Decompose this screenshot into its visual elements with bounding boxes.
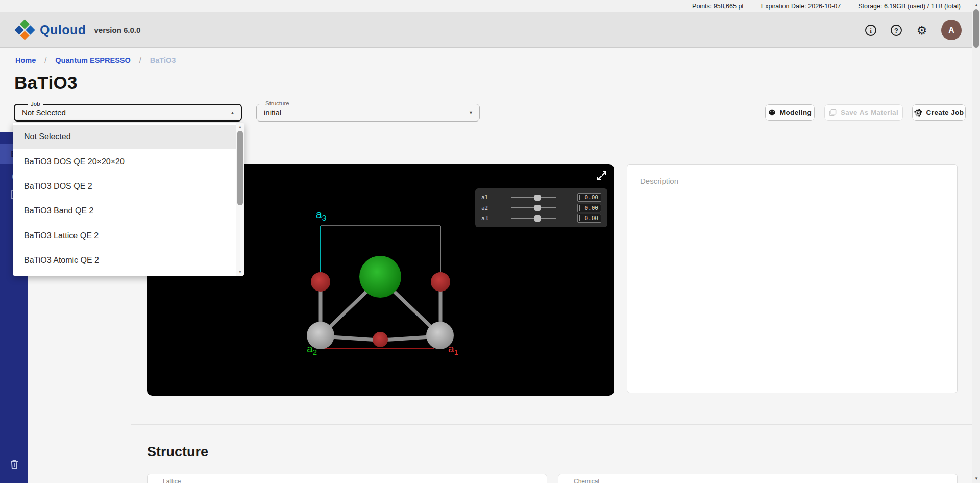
atom-oxygen-bottom <box>373 332 388 347</box>
expiration-date: Expiration Date: 2026-10-07 <box>761 3 841 10</box>
slider-a2-label: a2 <box>481 205 511 211</box>
help-icon[interactable]: ? <box>890 24 902 36</box>
breadcrumb-separator: / <box>139 56 141 64</box>
copy-icon <box>829 109 837 116</box>
slider-row-a1: a1 0.00 <box>481 193 601 202</box>
trash-button[interactable] <box>0 458 28 470</box>
trash-icon <box>9 458 19 470</box>
user-avatar[interactable]: A <box>941 20 962 40</box>
slider-a3-value[interactable]: 0.00 <box>577 214 601 223</box>
menu-scrollbar-thumb[interactable] <box>237 131 243 205</box>
menu-option-lattice-2[interactable]: BaTiO3 Lattice QE 2 <box>13 224 236 248</box>
slider-a3-thumb[interactable] <box>534 215 541 222</box>
structure-select[interactable]: Structure initial ▼ <box>256 104 480 122</box>
lattice-slider-panel: a1 0.00 a2 0.00 a3 0.00 <box>475 188 607 227</box>
slider-a1-label: a1 <box>481 194 511 201</box>
points-balance: Points: 958,665 pt <box>692 3 744 10</box>
slider-a1-value[interactable]: 0.00 <box>577 193 601 202</box>
breadcrumb-quantum-espresso[interactable]: Quantum ESPRESSO <box>55 56 130 64</box>
atom-oxygen-left <box>311 272 330 292</box>
breadcrumb-home[interactable]: Home <box>15 56 36 64</box>
lattice-card: Lattice <box>147 474 547 483</box>
slider-a3[interactable] <box>511 218 556 219</box>
expand-icon <box>596 170 608 182</box>
menu-scroll-down-icon[interactable]: ▼ <box>236 268 244 275</box>
axis-label-a1: a1 <box>448 343 458 356</box>
atom-green-center <box>359 256 401 298</box>
chemical-card: Chemical <box>558 474 958 483</box>
save-as-material-button: Save As Material <box>824 104 903 121</box>
status-bar: Points: 958,665 pt Expiration Date: 2026… <box>0 0 980 12</box>
slider-row-a3: a3 0.00 <box>481 214 601 223</box>
structure-section-title: Structure <box>147 444 208 460</box>
brand-name: Quloud <box>40 22 86 37</box>
breadcrumb-separator: / <box>44 56 46 64</box>
slider-row-a2: a2 0.00 <box>481 204 601 212</box>
caret-up-icon: ▲ <box>230 110 235 115</box>
slider-a1[interactable] <box>511 197 556 198</box>
page-scrollbar-thumb[interactable] <box>973 9 979 48</box>
modeling-button[interactable]: Modeling <box>765 104 815 121</box>
job-select[interactable]: Job Not Selected ▲ <box>14 104 242 122</box>
storage-usage: Storage: 6.19GB (used) / 1TB (total) <box>858 3 961 10</box>
scrollbar-up-icon[interactable]: ▲ <box>972 1 980 8</box>
axis-label-a3: a3 <box>316 208 326 222</box>
page-scrollbar[interactable]: ▲ ▼ <box>972 0 980 483</box>
menu-scroll-up-icon[interactable]: ▲ <box>236 123 244 130</box>
menu-option-band-2[interactable]: BaTiO3 Band QE 2 <box>13 199 236 223</box>
description-placeholder: Description <box>640 177 678 185</box>
slider-a2[interactable] <box>511 207 556 208</box>
structure-select-value: initial <box>264 104 281 121</box>
lattice-card-label: Lattice <box>163 478 181 483</box>
breadcrumb-current-batio3: BaTiO3 <box>150 56 176 64</box>
svg-text:?: ? <box>894 27 898 34</box>
breadcrumb: Home / Quantum ESPRESSO / BaTiO3 <box>15 56 176 64</box>
app-header: Quloud version 6.0.0 i ? ⚙ A <box>0 12 980 48</box>
section-divider-horizontal <box>131 424 972 425</box>
caret-down-icon: ▼ <box>469 110 473 115</box>
menu-scrollbar[interactable]: ▲ ▼ <box>236 123 244 276</box>
description-textarea[interactable]: Description <box>627 164 958 393</box>
scrollbar-down-icon[interactable]: ▼ <box>972 475 980 482</box>
info-icon[interactable]: i <box>865 24 877 36</box>
menu-option-not-selected[interactable]: Not Selected <box>13 125 236 149</box>
svg-text:i: i <box>870 27 872 34</box>
cpu-chip-icon <box>914 109 922 117</box>
quloud-logo-icon <box>15 20 35 40</box>
slider-a3-label: a3 <box>481 215 511 222</box>
menu-option-dos-20[interactable]: BaTiO3 DOS QE 20×20×20 <box>13 149 236 174</box>
slider-a2-value[interactable]: 0.00 <box>577 204 601 212</box>
atom-oxygen-right <box>431 272 450 292</box>
app-version: version 6.0.0 <box>94 26 140 34</box>
menu-option-dos-2[interactable]: BaTiO3 DOS QE 2 <box>13 174 236 199</box>
job-select-value: Not Selected <box>22 105 66 120</box>
settings-gear-icon[interactable]: ⚙ <box>916 24 928 36</box>
quloud-logo[interactable]: Quloud <box>15 20 86 40</box>
slider-a2-thumb[interactable] <box>534 205 541 211</box>
chemical-card-label: Chemical <box>574 478 599 483</box>
page-title: BaTiO3 <box>14 73 78 93</box>
slider-a1-thumb[interactable] <box>534 195 541 201</box>
menu-option-atomic-2[interactable]: BaTiO3 Atomic QE 2 <box>13 248 236 273</box>
expand-viewer-button[interactable] <box>596 170 608 182</box>
cube-icon <box>768 109 776 116</box>
header-actions: i ? ⚙ A <box>865 12 962 48</box>
create-job-button[interactable]: Create Job <box>912 104 966 121</box>
job-dropdown-menu: Not Selected BaTiO3 DOS QE 20×20×20 BaTi… <box>13 123 244 276</box>
